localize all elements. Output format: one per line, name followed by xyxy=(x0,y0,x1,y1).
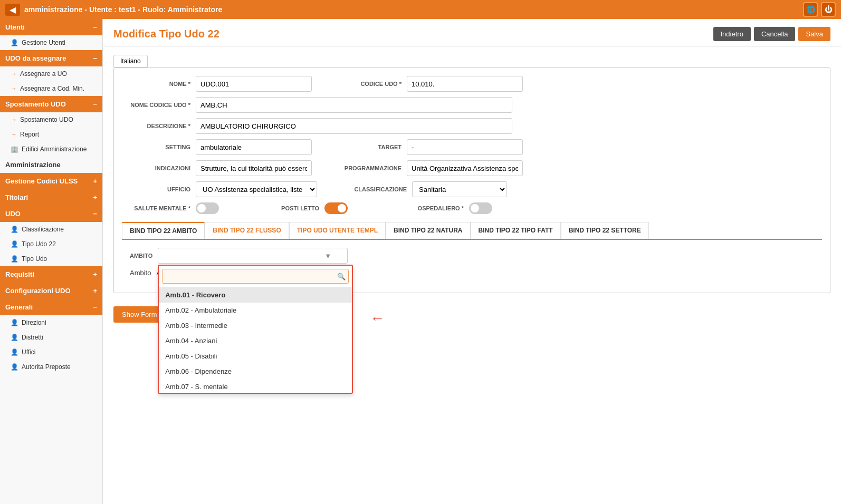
person-icon-2: 👤 xyxy=(11,226,18,233)
tab-bind-tipo-22-flusso[interactable]: BIND TIPO 22 FLUSSO xyxy=(205,222,289,239)
form-row-indicazioni-prog: INDICAZIONI PROGRAMMAZIONE xyxy=(122,160,822,176)
sidebar-item-direzioni[interactable]: 👤 Direzioni xyxy=(0,315,102,330)
building-icon: 🏢 xyxy=(11,146,18,153)
sidebar: Utenti − 👤 Gestione Utenti UDO da assegn… xyxy=(0,19,103,504)
sidebar-section-titolari-label: Titolari xyxy=(5,193,28,201)
sidebar-section-gestione-codici[interactable]: Gestione Codici ULSS + xyxy=(0,173,102,189)
indicazioni-input[interactable] xyxy=(196,160,312,176)
arrow-right-icon-4: → xyxy=(11,131,17,138)
form-row-descrizione: DESCRIZIONE * xyxy=(122,118,822,134)
sidebar-item-tipo-udo-22[interactable]: 👤 Tipo Udo 22 xyxy=(0,237,102,251)
sidebar-section-configurazioni[interactable]: Configurazioni UDO + xyxy=(0,283,102,299)
tab-bind-tipo-22-tipo-fatt[interactable]: BIND TIPO 22 TIPO FATT xyxy=(471,222,561,239)
indietro-button[interactable]: Indietro xyxy=(713,27,751,41)
dropdown-item-amb01[interactable]: Amb.01 - Ricovero xyxy=(159,287,352,303)
sidebar-item-assegnare-uo[interactable]: → Assegnare a UO xyxy=(0,66,102,81)
salute-mentale-toggle[interactable] xyxy=(196,202,219,214)
sidebar-section-requisiti[interactable]: Requisiti + xyxy=(0,266,102,283)
sidebar-item-report-label: Report xyxy=(20,131,39,138)
sidebar-item-tipo-udo[interactable]: 👤 Tipo Udo xyxy=(0,251,102,266)
dropdown-item-amb02[interactable]: Amb.02 - Ambulatoriale xyxy=(159,303,352,318)
sidebar-item-autorita-preposte-label: Autorita Preposte xyxy=(22,363,71,371)
sidebar-section-udo[interactable]: UDO − xyxy=(0,206,102,222)
top-bar: ◀ amministrazione - Utente : test1 - Ruo… xyxy=(0,0,841,19)
codice-udo-input[interactable] xyxy=(407,76,523,92)
programmazione-label: PROGRAMMAZIONE xyxy=(333,165,402,171)
nome-codice-udo-input[interactable] xyxy=(196,97,512,113)
page-title: Modifica Tipo Udo 22 xyxy=(113,28,219,40)
person-icon-3: 👤 xyxy=(11,240,18,248)
target-input[interactable] xyxy=(407,139,523,155)
tabs-bar: BIND TIPO 22 AMBITO BIND TIPO 22 FLUSSO … xyxy=(122,222,822,240)
sidebar-section-udo-assegnare-icon: − xyxy=(93,54,97,62)
setting-input[interactable] xyxy=(196,139,312,155)
dropdown-item-amb06[interactable]: Amb.06 - Dipendenze xyxy=(159,364,352,379)
dropdown-item-amb04[interactable]: Amb.04 - Anziani xyxy=(159,333,352,348)
salva-button[interactable]: Salva xyxy=(798,27,830,41)
sidebar-item-edifici[interactable]: 🏢 Edifici Amministrazione xyxy=(0,142,102,157)
ambito-select-display[interactable]: ▼ xyxy=(158,248,348,264)
sidebar-item-distretti-label: Distretti xyxy=(22,334,43,341)
salute-mentale-label: SALUTE MENTALE * xyxy=(122,205,190,211)
sidebar-item-distretti[interactable]: 👤 Distretti xyxy=(0,330,102,345)
page-header: Modifica Tipo Udo 22 Indietro Cancella S… xyxy=(103,19,841,47)
dropdown-item-amb03[interactable]: Amb.03 - Intermedie xyxy=(159,318,352,333)
classificazione-select[interactable]: Sanitaria xyxy=(412,181,507,197)
ufficio-select[interactable]: UO Assistenza specialistica, liste d xyxy=(196,181,317,197)
dropdown-item-amb05[interactable]: Amb.05 - Disabili xyxy=(159,348,352,364)
tab-content-ambito: AMBITO ▼ 🔍 xyxy=(122,240,822,285)
sidebar-item-assegnare-cod-min[interactable]: → Assegnare a Cod. Min. xyxy=(0,81,102,96)
target-label: TARGET xyxy=(333,144,402,150)
indicazioni-label: INDICAZIONI xyxy=(122,165,190,171)
tab-bind-tipo-22-ambito[interactable]: BIND TIPO 22 AMBITO xyxy=(122,222,205,239)
sidebar-section-generali-label: Generali xyxy=(5,303,33,311)
sidebar-item-uffici[interactable]: 👤 Uffici xyxy=(0,345,102,360)
sidebar-item-gestione-utenti[interactable]: 👤 Gestione Utenti xyxy=(0,35,102,50)
dropdown-item-amb07[interactable]: Amb.07 - S. mentale xyxy=(159,379,352,393)
form-row-toggles: SALUTE MENTALE * POSTI LETTO OSPEDALIERO… xyxy=(122,202,822,214)
red-arrow-container: ← xyxy=(370,311,385,326)
descrizione-input[interactable] xyxy=(196,118,512,134)
form-area: Italiano NOME * CODICE UDO * NOME CODICE… xyxy=(103,47,841,301)
sidebar-item-assegnare-uo-label: Assegnare a UO xyxy=(20,70,67,77)
nome-label: NOME * xyxy=(122,81,190,87)
tab-bind-tipo-22-settore[interactable]: BIND TIPO 22 SETTORE xyxy=(561,222,649,239)
sidebar-amministrazione-title: Amministrazione xyxy=(0,157,102,173)
salute-mentale-slider xyxy=(196,202,219,214)
sidebar-section-udo-label: UDO xyxy=(5,210,21,218)
cancella-button[interactable]: Cancella xyxy=(754,27,796,41)
sidebar-section-requisiti-label: Requisiti xyxy=(5,270,34,278)
form-row-nome-codice: NOME * CODICE UDO * xyxy=(122,76,822,92)
lang-tab-italiano[interactable]: Italiano xyxy=(113,55,148,67)
posti-letto-toggle[interactable] xyxy=(324,202,348,214)
person-icon-5: 👤 xyxy=(11,319,18,326)
nome-input[interactable] xyxy=(196,76,312,92)
globe-icon-button[interactable]: 🌐 xyxy=(803,2,818,17)
tab-bind-tipo-22-natura[interactable]: BIND TIPO 22 NATURA xyxy=(386,222,470,239)
sidebar-item-classificazione[interactable]: 👤 Classificazione xyxy=(0,222,102,237)
sidebar-section-spostamento[interactable]: Spostamento UDO − xyxy=(0,96,102,112)
top-bar-back-button[interactable]: ◀ xyxy=(5,4,20,16)
tab-tipo-udo-utente-templ[interactable]: TIPO UDO UTENTE TEMPL xyxy=(289,222,386,239)
sidebar-item-autorita-preposte[interactable]: 👤 Autorita Preposte xyxy=(0,360,102,374)
sidebar-item-report[interactable]: → Report xyxy=(0,127,102,142)
ambito-field-label: AMBITO xyxy=(130,253,152,259)
sidebar-section-configurazioni-label: Configurazioni UDO xyxy=(5,287,71,295)
sidebar-section-requisiti-icon: + xyxy=(93,270,97,278)
main-content: Modifica Tipo Udo 22 Indietro Cancella S… xyxy=(103,19,841,504)
dropdown-search-input[interactable] xyxy=(162,269,349,284)
sidebar-item-spostamento-udo[interactable]: → Spostamento UDO xyxy=(0,112,102,127)
ospedaliero-toggle[interactable] xyxy=(469,202,492,214)
sidebar-section-utenti[interactable]: Utenti − xyxy=(0,19,102,35)
sidebar-section-gestione-codici-icon: + xyxy=(93,177,97,185)
setting-label: SETTING xyxy=(122,144,190,150)
sidebar-section-spostamento-label: Spostamento UDO xyxy=(5,100,66,108)
ambito-dropdown: 🔍 Amb.01 - Ricovero Amb.02 - Ambulatoria… xyxy=(158,265,353,394)
dropdown-search-area: 🔍 xyxy=(159,266,352,287)
sidebar-section-udo-assegnare[interactable]: UDO da assegnare − xyxy=(0,50,102,66)
sidebar-section-generali[interactable]: Generali − xyxy=(0,299,102,315)
sidebar-section-titolari[interactable]: Titolari + xyxy=(0,189,102,206)
sidebar-item-gestione-utenti-label: Gestione Utenti xyxy=(22,39,65,46)
programmazione-input[interactable] xyxy=(407,160,523,176)
power-icon-button[interactable]: ⏻ xyxy=(821,2,836,17)
